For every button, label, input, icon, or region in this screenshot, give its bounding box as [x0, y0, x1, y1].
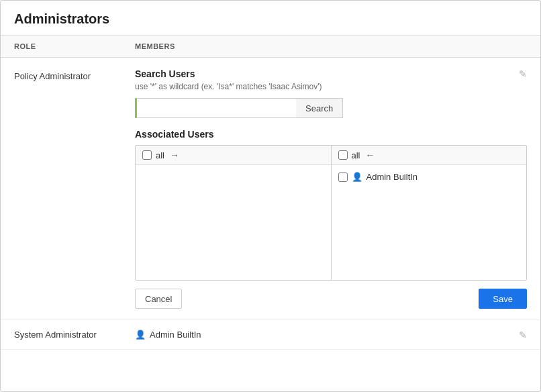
associated-panel: all ← 👤 Admin BuiltIn [332, 146, 527, 280]
system-edit-icon[interactable]: ✎ [519, 330, 527, 340]
dual-list: all → all ← 👤 [135, 145, 527, 281]
table-header-row: ROLE MEMBERS [1, 36, 540, 58]
policy-admin-row: Policy Administrator Search Users use '*… [1, 58, 540, 320]
col-role-header: ROLE [14, 42, 135, 50]
save-button[interactable]: Save [479, 289, 527, 309]
page-header: Administrators [1, 1, 540, 36]
associated-all-label: all [352, 150, 360, 160]
available-panel: all → [136, 146, 332, 280]
system-user-icon: 👤 [135, 330, 146, 340]
system-admin-row: System Administrator 👤 Admin BuiltIn ✎ [1, 320, 540, 350]
associated-all-checkbox[interactable] [338, 150, 348, 160]
page-title: Administrators [14, 11, 527, 27]
system-members-cell: 👤 Admin BuiltIn [135, 330, 527, 340]
main-container: Administrators ROLE MEMBERS Policy Admin… [0, 0, 541, 392]
search-hint: use '*' as wildcard (ex. 'Isa*' matches … [135, 82, 527, 91]
admin-builtin-name: Admin BuiltIn [366, 172, 418, 182]
available-panel-header: all → [136, 146, 331, 165]
available-list-body [136, 165, 331, 266]
system-member-name: Admin BuiltIn [150, 330, 201, 340]
search-users-title: Search Users [135, 68, 527, 79]
form-actions: Cancel Save [135, 289, 527, 309]
list-item: 👤 Admin BuiltIn [338, 169, 520, 185]
user-icon: 👤 [352, 172, 362, 182]
move-to-associated-button[interactable]: → [168, 150, 181, 160]
search-button[interactable]: Search [296, 98, 343, 118]
associated-panel-header: all ← [332, 146, 527, 165]
available-all-label: all [156, 150, 164, 160]
col-members-header: MEMBERS [135, 42, 527, 50]
available-all-checkbox[interactable] [142, 150, 152, 160]
policy-role-cell: Policy Administrator [14, 68, 135, 81]
move-to-available-button[interactable]: ← [364, 150, 377, 160]
admin-builtin-checkbox[interactable] [338, 173, 348, 182]
system-role-cell: System Administrator [14, 330, 135, 340]
cancel-button[interactable]: Cancel [135, 289, 182, 309]
associated-list-body: 👤 Admin BuiltIn [332, 165, 527, 266]
search-input[interactable] [135, 98, 296, 118]
policy-edit-icon[interactable]: ✎ [519, 68, 527, 79]
search-row: Search [135, 98, 527, 118]
policy-members-cell: Search Users use '*' as wildcard (ex. 'I… [135, 68, 527, 309]
associated-users-title: Associated Users [135, 129, 527, 140]
